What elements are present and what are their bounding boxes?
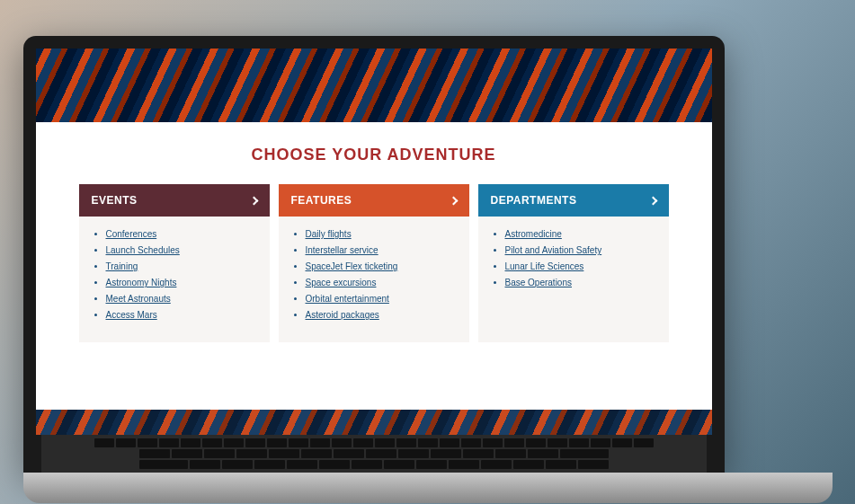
link-list: Astromedicine Pilot and Aviation Safety … — [485, 229, 662, 287]
card-events: EVENTS Conferences Launch Schedules Trai… — [79, 184, 270, 342]
card-title: DEPARTMENTS — [491, 194, 577, 207]
link-pilot-safety[interactable]: Pilot and Aviation Safety — [505, 245, 602, 255]
chevron-right-icon — [648, 196, 657, 205]
chevron-right-icon — [449, 196, 458, 205]
laptop-frame: CHOOSE YOUR ADVENTURE EVENTS Conferences… — [23, 36, 725, 474]
list-item: Space excursions — [306, 278, 462, 287]
card-title: FEATURES — [291, 194, 352, 207]
link-launch-schedules[interactable]: Launch Schedules — [106, 245, 180, 255]
link-space-excursions[interactable]: Space excursions — [306, 278, 377, 287]
card-row: EVENTS Conferences Launch Schedules Trai… — [72, 184, 676, 342]
list-item: Astronomy Nights — [106, 278, 263, 287]
card-header-features[interactable]: FEATURES — [279, 184, 469, 217]
card-title: EVENTS — [92, 194, 138, 207]
list-item: Pilot and Aviation Safety — [505, 245, 662, 255]
list-item: SpaceJet Flex ticketing — [306, 261, 462, 271]
list-item: Access Mars — [106, 310, 263, 320]
card-features: FEATURES Daily flights Interstellar serv… — [279, 184, 469, 342]
keyboard — [41, 435, 707, 474]
list-item: Base Operations — [505, 278, 662, 287]
list-item: Interstellar service — [306, 245, 462, 255]
list-item: Launch Schedules — [106, 245, 263, 255]
list-item: Asteroid packages — [306, 310, 462, 320]
link-asteroid-packages[interactable]: Asteroid packages — [306, 310, 379, 320]
card-body: Astromedicine Pilot and Aviation Safety … — [478, 217, 669, 310]
page-title: CHOOSE YOUR ADVENTURE — [72, 146, 676, 164]
link-base-operations[interactable]: Base Operations — [505, 278, 573, 287]
list-item: Astromedicine — [505, 229, 662, 239]
link-astromedicine[interactable]: Astromedicine — [505, 229, 562, 239]
link-daily-flights[interactable]: Daily flights — [306, 229, 352, 239]
link-conferences[interactable]: Conferences — [106, 229, 157, 239]
footer-banner — [36, 410, 712, 435]
link-meet-astronauts[interactable]: Meet Astronauts — [106, 294, 171, 304]
link-spacejet-flex[interactable]: SpaceJet Flex ticketing — [306, 261, 398, 271]
chevron-right-icon — [249, 196, 258, 205]
link-interstellar-service[interactable]: Interstellar service — [306, 245, 379, 255]
card-body: Daily flights Interstellar service Space… — [279, 217, 469, 342]
list-item: Training — [106, 261, 263, 271]
link-list: Daily flights Interstellar service Space… — [286, 229, 462, 320]
list-item: Lunar Life Sciences — [505, 261, 662, 271]
card-departments: DEPARTMENTS Astromedicine Pilot and Avia… — [478, 184, 669, 342]
card-body: Conferences Launch Schedules Training As… — [79, 217, 270, 342]
link-training[interactable]: Training — [106, 261, 138, 271]
list-item: Daily flights — [306, 229, 462, 239]
link-access-mars[interactable]: Access Mars — [106, 310, 157, 320]
screen: CHOOSE YOUR ADVENTURE EVENTS Conferences… — [36, 49, 712, 435]
hero-banner — [36, 49, 712, 122]
link-orbital-entertainment[interactable]: Orbital entertainment — [306, 294, 389, 304]
link-astronomy-nights[interactable]: Astronomy Nights — [106, 278, 177, 287]
link-lunar-life-sciences[interactable]: Lunar Life Sciences — [505, 261, 584, 271]
laptop-base — [23, 473, 833, 503]
content-area: CHOOSE YOUR ADVENTURE EVENTS Conferences… — [36, 122, 712, 369]
list-item: Orbital entertainment — [306, 294, 462, 304]
list-item: Conferences — [106, 229, 263, 239]
list-item: Meet Astronauts — [106, 294, 263, 304]
card-header-departments[interactable]: DEPARTMENTS — [478, 184, 669, 217]
link-list: Conferences Launch Schedules Training As… — [86, 229, 263, 320]
card-header-events[interactable]: EVENTS — [79, 184, 270, 217]
